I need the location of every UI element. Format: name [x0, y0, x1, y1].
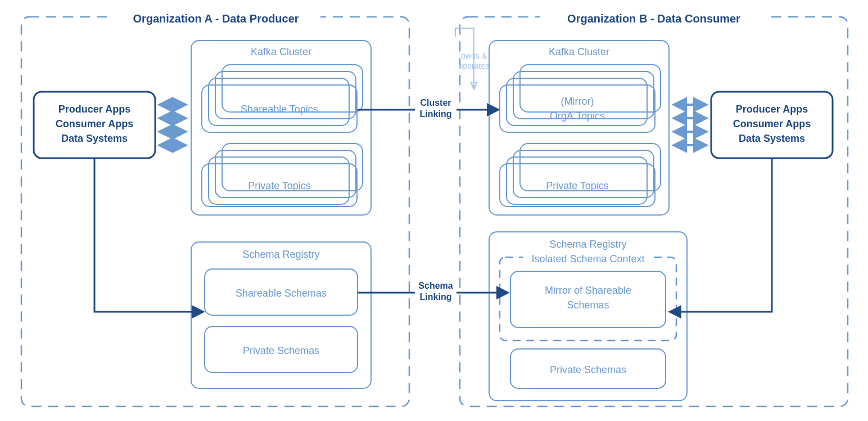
diagram-root: Organization A - Data Producer Producer …	[0, 0, 868, 421]
shareable-schemas-label: Shareable Schemas	[236, 288, 327, 299]
cluster-link-label-2: Linking	[420, 109, 452, 119]
apps-a-l3: Data Systems	[61, 133, 128, 144]
isolated-context-label: Isolated Schema Context	[531, 253, 644, 265]
owns-l2: operates	[459, 61, 489, 70]
owns-l1: owns &	[461, 51, 487, 60]
mirror-topics-l2: OrgA.Topics	[550, 110, 605, 122]
apps-b-l3: Data Systems	[739, 133, 805, 144]
apps-b-l1: Producer Apps	[736, 104, 808, 115]
kafka-a-title: Kafka Cluster	[251, 46, 311, 57]
mirror-topics-l1: (Mirror)	[561, 96, 594, 107]
org-a-title: Organization A - Data Producer	[133, 12, 299, 25]
schema-link-label-2: Linking	[420, 292, 452, 302]
private-schemas-a-label: Private Schemas	[243, 345, 319, 356]
mirror-schemas-l1: Mirror of Shareable	[545, 285, 631, 296]
registry-b-title: Schema Registry	[549, 239, 626, 250]
mirror-topics-stack: (Mirror) OrgA.Topics	[500, 65, 661, 132]
org-a-box	[21, 17, 409, 406]
private-topics-b-stack: Private Topics	[500, 144, 661, 207]
apps-a-l1: Producer Apps	[58, 104, 130, 115]
private-schemas-b-label: Private Schemas	[550, 364, 626, 375]
private-topics-a-stack: Private Topics	[202, 144, 363, 207]
shareable-topics-stack: Shareable Topics	[202, 65, 363, 132]
apps-a-l2: Consumer Apps	[56, 118, 133, 129]
private-topics-a-label: Private Topics	[248, 180, 311, 191]
apps-b-l2: Consumer Apps	[733, 118, 811, 129]
schema-link-label-1: Schema	[418, 281, 453, 290]
mirror-schemas-l2: Schemas	[567, 299, 609, 311]
shareable-topics-label: Shareable Topics	[241, 104, 318, 115]
kafka-b-apps-arrows	[675, 105, 706, 145]
kafka-b-title: Kafka Cluster	[549, 46, 609, 57]
apps-a-to-registry	[94, 158, 202, 312]
private-topics-b-label: Private Topics	[546, 180, 609, 191]
org-b-title: Organization B - Data Consumer	[567, 12, 740, 25]
apps-a-kafka-arrows	[160, 105, 185, 145]
org-b-box	[460, 17, 848, 406]
registry-a-title: Schema Registry	[242, 249, 319, 260]
cluster-link-label-1: Cluster	[420, 98, 451, 108]
